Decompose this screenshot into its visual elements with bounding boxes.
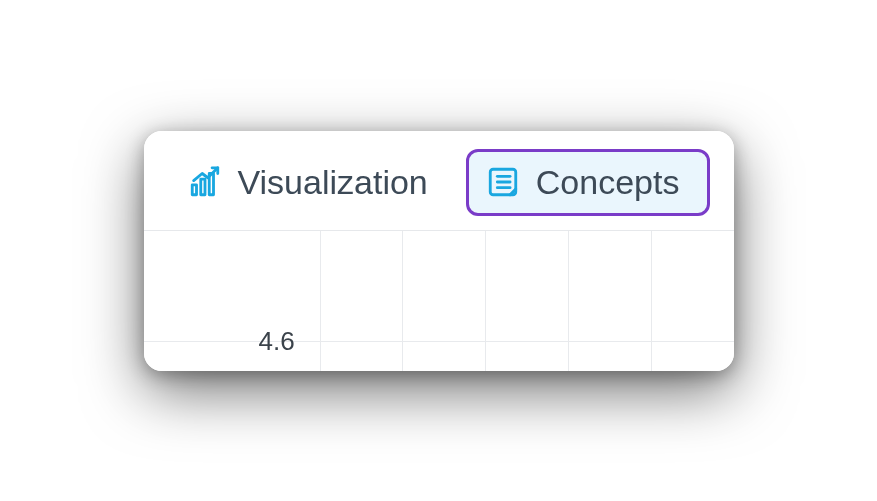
svg-rect-1 [200, 179, 204, 195]
panel-card: Visualization Concepts [144, 131, 734, 371]
tab-concepts[interactable]: Concepts [466, 149, 710, 216]
tab-visualization-label: Visualization [238, 163, 428, 202]
list-note-icon [486, 165, 520, 199]
chart-area: 4.6 [144, 231, 734, 371]
tab-concepts-label: Concepts [536, 163, 680, 202]
tab-bar: Visualization Concepts [144, 131, 734, 231]
svg-rect-0 [192, 185, 196, 195]
tab-visualization[interactable]: Visualization [168, 149, 448, 216]
chart-grid [144, 231, 734, 371]
chart-gridline [144, 341, 734, 342]
chart-y-tick: 4.6 [259, 325, 295, 356]
chart-growth-icon [188, 165, 222, 199]
